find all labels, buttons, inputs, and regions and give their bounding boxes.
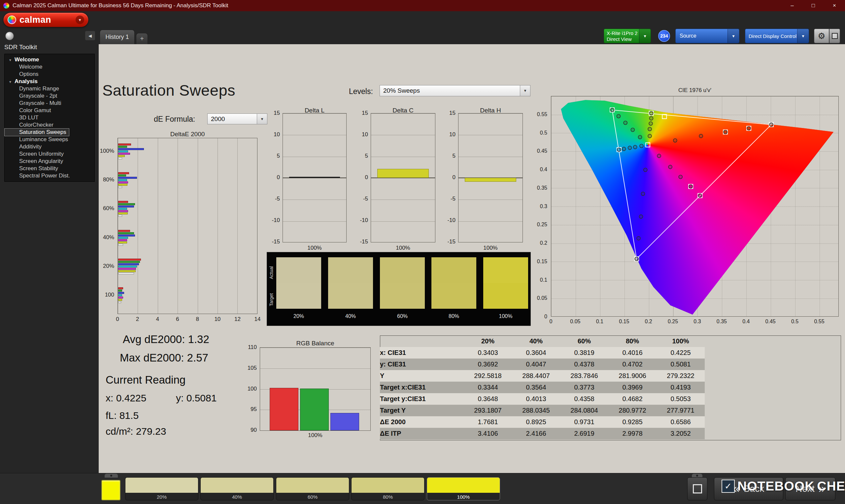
sweep-label: 80% bbox=[352, 494, 424, 500]
calman-logo-icon bbox=[7, 16, 16, 24]
row-label: ΔE 2000 bbox=[380, 416, 464, 428]
deltae-bar bbox=[118, 203, 135, 205]
swatch-label: 80% bbox=[432, 313, 476, 319]
page-title: Saturation Sweeps bbox=[102, 81, 235, 99]
de-formula-select[interactable]: 2000 ▾ bbox=[207, 113, 267, 124]
levels-label: Levels: bbox=[349, 87, 373, 96]
swatch-100: 100% bbox=[483, 257, 528, 323]
sweep-button-60[interactable]: 60% bbox=[276, 477, 349, 500]
sweep-button-40[interactable]: 40% bbox=[200, 477, 274, 500]
current-pattern-swatch[interactable] bbox=[101, 480, 121, 500]
tray-handle[interactable] bbox=[105, 474, 118, 478]
tick-label: 40% bbox=[103, 234, 114, 241]
sidebar-item-3d-lut[interactable]: 3D LUT bbox=[5, 114, 94, 121]
deltae-bar bbox=[118, 268, 136, 270]
deltae-bar bbox=[118, 290, 122, 292]
window-controls: – □ × bbox=[781, 0, 845, 11]
close-button[interactable]: × bbox=[824, 0, 845, 11]
sweep-button-20[interactable]: 20% bbox=[125, 477, 198, 500]
tick-label: 80% bbox=[103, 177, 114, 183]
deltae-bar bbox=[118, 215, 122, 217]
sidebar-item-label: Screen Stability bbox=[19, 165, 58, 172]
sidebar-item-welcome[interactable]: Welcome bbox=[5, 63, 94, 71]
table-cell: 0.3969 bbox=[608, 382, 656, 393]
workflow-orb-button[interactable] bbox=[5, 32, 14, 40]
display-control-dropdown[interactable]: Direct Display Control ▾ bbox=[745, 29, 809, 43]
levels-select[interactable]: 20% Sweeps ▾ bbox=[380, 85, 530, 96]
tick-label: 0.35 bbox=[717, 319, 727, 325]
tick-label: 10 bbox=[362, 131, 368, 138]
measured-marker bbox=[689, 185, 692, 188]
sidebar-item-options[interactable]: Options bbox=[5, 71, 94, 78]
sweep-button-80[interactable]: 80% bbox=[351, 477, 424, 500]
sidebar-item-label: Options bbox=[19, 71, 39, 77]
sidebar-item-color-gamut[interactable]: Color Gamut bbox=[5, 107, 94, 114]
tab-history-1[interactable]: History 1 bbox=[100, 30, 135, 44]
sidebar-collapse-button[interactable]: ◀ bbox=[85, 31, 95, 40]
tick-label: 8 bbox=[196, 316, 199, 323]
measured-marker bbox=[610, 108, 614, 112]
sidebar-section-analysis[interactable]: ▾Analysis bbox=[5, 78, 94, 85]
table-cell: 281.9006 bbox=[608, 370, 656, 382]
sidebar-section-welcome[interactable]: ▾Welcome bbox=[5, 56, 94, 63]
sidebar-item-dynamic-range[interactable]: Dynamic Range bbox=[5, 85, 94, 92]
panel-toggle-button[interactable] bbox=[829, 29, 840, 43]
tick-label: 10 bbox=[214, 316, 221, 323]
sidebar-item-additivity[interactable]: Additivity bbox=[5, 143, 94, 150]
tab-new-stub[interactable]: + bbox=[136, 33, 148, 44]
sidebar-item-colorchecker[interactable]: ColorChecker bbox=[5, 121, 94, 129]
target-marker bbox=[646, 143, 650, 147]
deltae-bar bbox=[118, 301, 121, 303]
next-button[interactable]: Next » bbox=[785, 477, 835, 500]
table-row: x: CIE31 0.3403 0.3604 0.3819 0.4016 0.4… bbox=[380, 347, 705, 359]
settings-button[interactable]: ⚙ bbox=[814, 29, 829, 43]
tick-label: -15 bbox=[447, 238, 456, 245]
table-cell: 292.5818 bbox=[464, 370, 512, 382]
sweep-button-100[interactable]: 100% bbox=[427, 477, 500, 500]
sidebar-item-grayscale-2pt[interactable]: Grayscale - 2pt bbox=[5, 92, 94, 100]
table-cell: 2.6919 bbox=[560, 428, 608, 439]
tick-label: -5 bbox=[363, 196, 368, 202]
stop-button[interactable] bbox=[687, 477, 707, 500]
sweep-swatch bbox=[125, 478, 198, 493]
column-header: 100% bbox=[656, 336, 705, 347]
sidebar-item-grayscale-multi[interactable]: Grayscale - Multi bbox=[5, 100, 94, 107]
tick-label: 0 bbox=[453, 174, 456, 181]
source-dropdown[interactable]: Source ▾ bbox=[675, 29, 739, 43]
deltae-bar bbox=[118, 155, 125, 157]
sidebar-item-label: Additivity bbox=[19, 143, 41, 150]
measured-marker bbox=[637, 236, 640, 240]
tick-label: -10 bbox=[272, 217, 280, 223]
cie-y-axis: 0.550.50.450.40.350.30.250.20.150.10.050 bbox=[527, 114, 547, 317]
table-cell: 279.2322 bbox=[656, 370, 705, 382]
meter-dropdown[interactable]: X-Rite i1Pro 2 Direct View ▾ bbox=[604, 29, 651, 43]
swatch-60: 60% bbox=[380, 257, 425, 323]
table-cell: 0.4193 bbox=[656, 382, 705, 393]
back-button[interactable]: « Back bbox=[714, 477, 783, 500]
swatch-actual bbox=[380, 257, 425, 283]
table-cell: 0.3604 bbox=[512, 347, 560, 359]
deltae-bar bbox=[118, 177, 137, 179]
delta-bar bbox=[377, 169, 428, 178]
green-bar bbox=[300, 389, 329, 430]
table-row: y: CIE31 0.3692 0.4047 0.4378 0.4702 0.5… bbox=[380, 359, 705, 370]
maximize-button[interactable]: □ bbox=[803, 0, 824, 11]
deltae-bar bbox=[118, 181, 128, 183]
sidebar-item-saturation-sweeps[interactable]: Saturation Sweeps bbox=[5, 129, 69, 136]
tick-label: 60% bbox=[103, 205, 114, 212]
swatch-actual bbox=[328, 257, 373, 283]
calman-menu-button[interactable]: calman ▾ bbox=[3, 13, 88, 27]
rgb-balance-title: RGB Balance bbox=[260, 340, 371, 347]
tick-label: 15 bbox=[362, 110, 368, 116]
row-label: Target Y bbox=[380, 405, 464, 416]
minimize-button[interactable]: – bbox=[781, 0, 803, 11]
table-cell: 1.7681 bbox=[464, 416, 512, 428]
table-cell: 0.3403 bbox=[464, 347, 512, 359]
sidebar-item-luminance-sweeps[interactable]: Luminance Sweeps bbox=[5, 136, 94, 143]
table-cell: 277.9771 bbox=[656, 405, 705, 416]
tick-label: 95 bbox=[250, 406, 257, 413]
measured-marker bbox=[668, 165, 672, 169]
delta-l-chart bbox=[283, 113, 347, 242]
table-cell: 0.3819 bbox=[560, 347, 608, 359]
table-cell: 0.8925 bbox=[512, 416, 560, 428]
